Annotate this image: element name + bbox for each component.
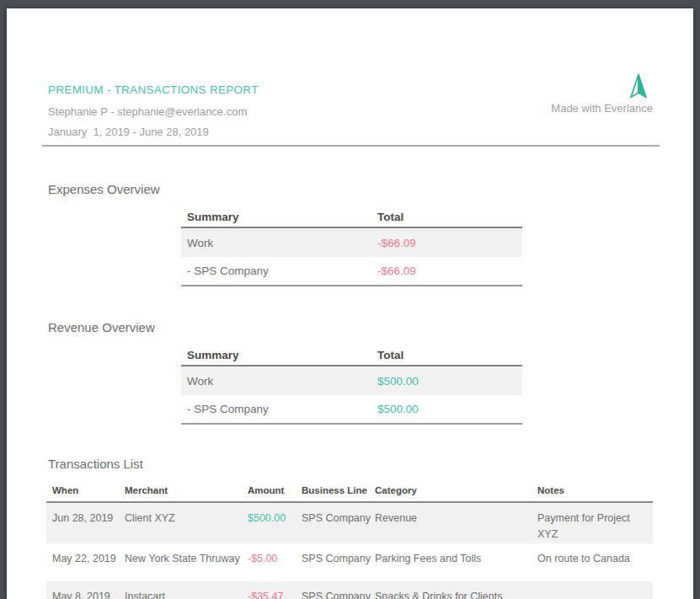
amount-cell: -$35.47	[248, 589, 302, 599]
table-bottom-rule	[181, 423, 522, 425]
total-cell: $500.00	[377, 403, 522, 415]
column-header-amount: Amount	[248, 485, 302, 501]
business-line-cell: SPS Company	[302, 551, 375, 567]
table-row: Work -$66.09	[181, 228, 522, 257]
merchant-cell: Client XYZ	[125, 511, 248, 527]
merchant-cell: Instacart	[125, 589, 248, 599]
made-with-label: Made with Everlance	[551, 102, 653, 115]
column-header-business-line: Business Line	[302, 485, 375, 501]
total-cell: -$66.09	[377, 237, 522, 249]
transactions-list-title: Transactions List	[48, 457, 143, 471]
table-bottom-rule	[181, 285, 522, 286]
column-header-category: Category	[375, 485, 537, 501]
transactions-table-header: When Merchant Amount Business Line Categ…	[46, 485, 653, 501]
user-email-line: Stephanie P - stephanie@everlance.com	[48, 105, 247, 118]
business-line-cell: SPS Company	[302, 589, 375, 599]
everlance-arrow-icon	[628, 73, 649, 99]
pdf-viewer-background: PREMIUM - TRANSACTIONS REPORT Stephanie …	[0, 0, 700, 599]
date-range: January 1, 2019 - June 28, 2019	[48, 126, 209, 138]
notes-cell: Payment for Project XYZ	[537, 511, 653, 543]
column-header-summary: Summary	[187, 349, 377, 365]
header-divider	[42, 145, 660, 147]
transactions-table: When Merchant Amount Business Line Categ…	[46, 485, 653, 599]
merchant-cell: New York State Thruway	[125, 551, 248, 567]
revenue-overview-table: Summary Total Work $500.00 - SPS Company…	[181, 349, 522, 425]
summary-cell: Work	[187, 237, 377, 249]
total-cell: -$66.09	[377, 265, 522, 277]
table-row: Work $500.00	[181, 366, 522, 395]
column-header-when: When	[52, 485, 125, 501]
total-cell: $500.00	[377, 375, 522, 388]
when-cell: May 22, 2019	[52, 551, 125, 567]
column-header-total: Total	[377, 211, 522, 227]
report-title: PREMIUM - TRANSACTIONS REPORT	[48, 83, 259, 96]
transaction-row: May 8, 2019 Instacart -$35.47 SPS Compan…	[46, 581, 653, 599]
transaction-row: May 22, 2019 New York State Thruway -$5.…	[46, 543, 653, 581]
report-page: PREMIUM - TRANSACTIONS REPORT Stephanie …	[7, 8, 693, 599]
amount-cell: -$5.00	[248, 551, 302, 567]
summary-cell: Work	[187, 375, 377, 388]
column-header-merchant: Merchant	[125, 485, 248, 501]
column-header-summary: Summary	[187, 211, 377, 227]
revenue-overview-title: Revenue Overview	[48, 320, 155, 334]
table-row: - SPS Company -$66.09	[181, 257, 522, 285]
expenses-table-header: Summary Total	[181, 211, 522, 227]
column-header-notes: Notes	[537, 485, 653, 501]
business-line-cell: SPS Company	[302, 511, 375, 527]
notes-cell: On route to Canada	[537, 551, 653, 567]
table-row: - SPS Company $500.00	[181, 395, 522, 423]
category-cell: Snacks & Drinks for Clients	[375, 589, 537, 599]
when-cell: Jun 28, 2019	[52, 511, 125, 527]
amount-cell: $500.00	[248, 511, 302, 527]
revenue-table-header: Summary Total	[181, 349, 522, 365]
summary-cell: - SPS Company	[187, 265, 377, 277]
expenses-overview-table: Summary Total Work -$66.09 - SPS Company…	[181, 211, 522, 286]
category-cell: Revenue	[375, 511, 537, 527]
category-cell: Parking Fees and Tolls	[375, 551, 537, 567]
column-header-total: Total	[377, 349, 522, 365]
transaction-row: Jun 28, 2019 Client XYZ $500.00 SPS Comp…	[46, 503, 653, 543]
branding: Made with Everlance	[551, 73, 653, 115]
summary-cell: - SPS Company	[187, 403, 377, 415]
expenses-overview-title: Expenses Overview	[48, 182, 160, 196]
when-cell: May 8, 2019	[52, 589, 125, 599]
